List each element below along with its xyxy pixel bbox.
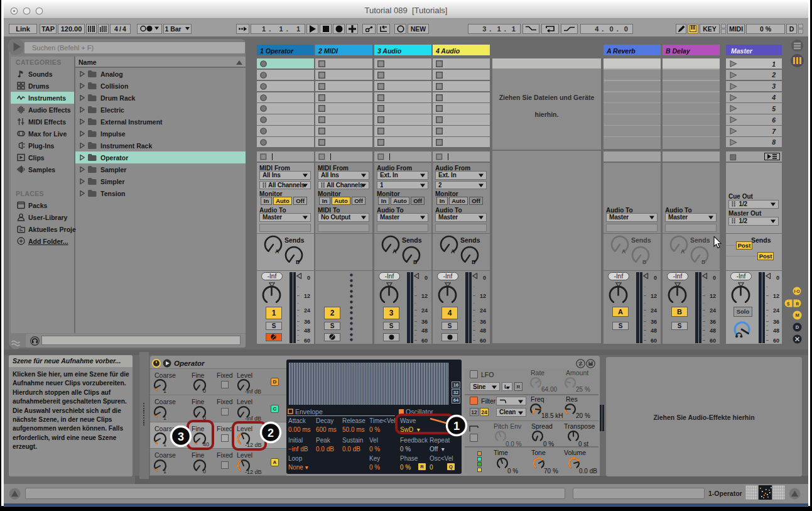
svg-text:I·O: I·O [794,289,799,294]
svg-text:1: 1 [453,420,460,432]
svg-text:2: 2 [268,427,274,439]
svg-text:3: 3 [178,431,184,443]
svg-text:D: D [796,324,799,330]
svg-text:M: M [795,312,799,318]
svg-text:S: S [787,302,790,306]
svg-text:R: R [796,302,799,306]
